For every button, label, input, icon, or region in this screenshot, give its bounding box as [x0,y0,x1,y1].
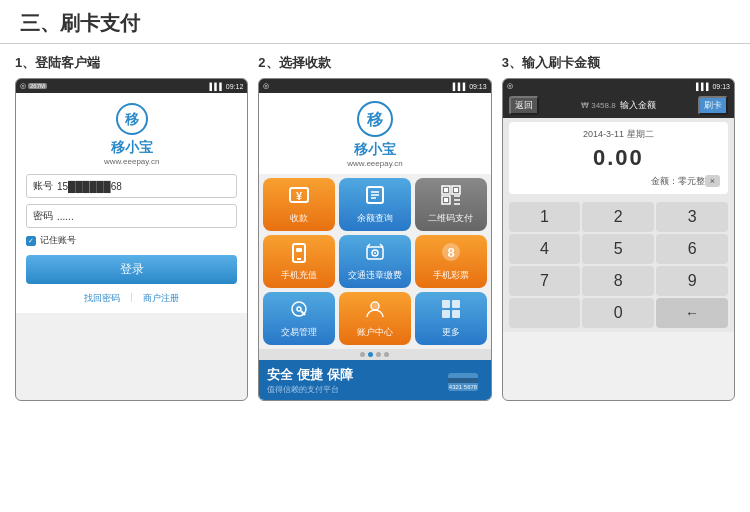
num-btn-4[interactable]: 4 [509,234,581,264]
menu-item-jiaoyiguanli[interactable]: 交易管理 [263,292,335,345]
menu-item-yechaun[interactable]: 余额查询 [339,178,411,231]
svg-rect-23 [296,248,302,252]
wifi-icon2: ◎ [263,82,269,90]
num-btn-1[interactable]: 1 [509,202,581,232]
svg-rect-15 [444,188,448,192]
menu-item-qrcode[interactable]: 二维码支付 [415,178,487,231]
step1-label: 1、登陆客户端 [15,54,248,72]
menu-item-traffic[interactable]: 交通违章缴费 [339,235,411,288]
balance-display: ₩ 3458.8 [581,101,616,110]
link-divider: | [130,292,132,305]
step3-header-title: 输入金额 [620,99,656,112]
num-btn-7[interactable]: 7 [509,266,581,296]
svg-rect-37 [452,300,460,308]
step2-statusbar: ◎ ▐▐▐ 09:13 [259,79,490,93]
svg-text:4321 5678: 4321 5678 [448,384,477,390]
signal-icon: ▐▐▐ [207,83,222,90]
password-label: 密码 [33,209,57,223]
card-button[interactable]: 刷卡 [698,96,728,115]
lottery-icon: 8 [440,241,462,267]
remember-row: ✓ 记住账号 [26,234,237,247]
svg-rect-38 [442,310,450,318]
main-content: 1、登陆客户端 ◎ 267M ▐▐▐ 09:12 [0,44,750,411]
step2-phone: ◎ ▐▐▐ 09:13 移 移小宝 www.eeepay.cn [258,78,491,401]
svg-point-26 [374,252,376,254]
more-label: 更多 [442,326,460,339]
num-btn-dot[interactable] [509,298,581,328]
remember-checkbox[interactable]: ✓ [26,236,36,246]
menu-item-more[interactable]: 更多 [415,292,487,345]
svg-text:移: 移 [366,111,383,128]
more-icon [440,298,462,324]
wifi-icon3: ◎ [507,82,513,90]
forgot-link[interactable]: 找回密码 [84,292,120,305]
chongzhi-icon [288,241,310,267]
menu-grid: ¥ 收款 余额查询 二维码支付 [259,174,490,349]
num-btn-9[interactable]: 9 [656,266,728,296]
num-btn-0[interactable]: 0 [582,298,654,328]
menu-item-lottery[interactable]: 8 手机彩票 [415,235,487,288]
step2-logo-icon: 移 [355,99,395,139]
lottery-label: 手机彩票 [433,269,469,282]
svg-point-32 [297,307,301,311]
jiaoyiguanli-icon [288,298,310,324]
step1-screen: 移 移小宝 www.eeepay.cn 账号 15██████68 密码 ...… [16,93,247,313]
signal-icon3: ▐▐▐ [694,83,709,90]
password-row: 密码 ...... [26,204,237,228]
back-button[interactable]: 返回 [509,96,539,115]
traffic-icon [364,241,386,267]
dot-1 [368,352,373,357]
app-url: www.eeepay.cn [104,157,159,166]
date-display: 2014-3-11 星期二 [517,128,720,141]
page-header: 三、刷卡支付 [0,0,750,44]
step3-col: 3、输入刷卡金额 ◎ ▐▐▐ 09:13 返回 [502,54,735,401]
svg-text:移: 移 [124,111,139,127]
step3-phone: ◎ ▐▐▐ 09:13 返回 ₩ 3458.8 输入金额 刷卡 [502,78,735,401]
svg-line-33 [301,311,305,315]
yechaxun-label: 余额查询 [357,212,393,225]
account-row: 账号 15██████68 [26,174,237,198]
login-button[interactable]: 登录 [26,255,237,284]
svg-text:¥: ¥ [296,190,303,202]
step2-logo-area: 移 移小宝 www.eeepay.cn [259,93,490,174]
page-title: 三、刷卡支付 [20,10,730,37]
amount-display: 2014-3-11 星期二 0.00 金额：零元整 × [509,122,728,194]
num-btn-3[interactable]: 3 [656,202,728,232]
svg-text:8: 8 [447,245,454,260]
app-logo-area: 移 移小宝 www.eeepay.cn [104,101,159,166]
svg-rect-41 [448,378,478,383]
step2-time: 09:13 [469,83,487,90]
qrcode-label: 二维码支付 [428,212,473,225]
svg-rect-35 [372,303,378,309]
register-link[interactable]: 商户注册 [143,292,179,305]
menu-item-chongzhi[interactable]: 手机充值 [263,235,335,288]
signal-icon2: ▐▐▐ [450,83,465,90]
num-btn-8[interactable]: 8 [582,266,654,296]
step2-screen: 移 移小宝 www.eeepay.cn ¥ 收款 [259,93,490,400]
step3-nav-header: 返回 ₩ 3458.8 输入金额 刷卡 [503,93,734,118]
app-name: 移小宝 [111,139,153,157]
menu-item-shoukuan[interactable]: ¥ 收款 [263,178,335,231]
numpad: 1 2 3 4 5 6 7 8 9 0 ← [503,198,734,332]
step3-statusbar: ◎ ▐▐▐ 09:13 [503,79,734,93]
num-btn-5[interactable]: 5 [582,234,654,264]
chongzhi-label: 手机充值 [281,269,317,282]
jiaoyiguanli-label: 交易管理 [281,326,317,339]
step2-app-url: www.eeepay.cn [347,159,402,168]
account-value: 15██████68 [57,181,230,192]
password-value: ...... [57,211,230,222]
svg-rect-39 [452,310,460,318]
num-btn-2[interactable]: 2 [582,202,654,232]
step2-app-name: 移小宝 [354,141,396,159]
backspace-button[interactable]: ← [656,298,728,328]
step3-time: 09:13 [712,83,730,90]
dots-row [259,349,490,360]
step3-screen: 返回 ₩ 3458.8 输入金额 刷卡 2014-3-11 星期二 0.00 金… [503,93,734,332]
bottom-links: 找回密码 | 商户注册 [84,292,178,305]
menu-item-zhanghuzx[interactable]: 账户中心 [339,292,411,345]
num-btn-6[interactable]: 6 [656,234,728,264]
amount-label: 金额：零元整 [517,175,705,188]
remember-label: 记住账号 [40,234,76,247]
step1-statusbar: ◎ 267M ▐▐▐ 09:12 [16,79,247,93]
delete-button[interactable]: × [705,175,720,187]
